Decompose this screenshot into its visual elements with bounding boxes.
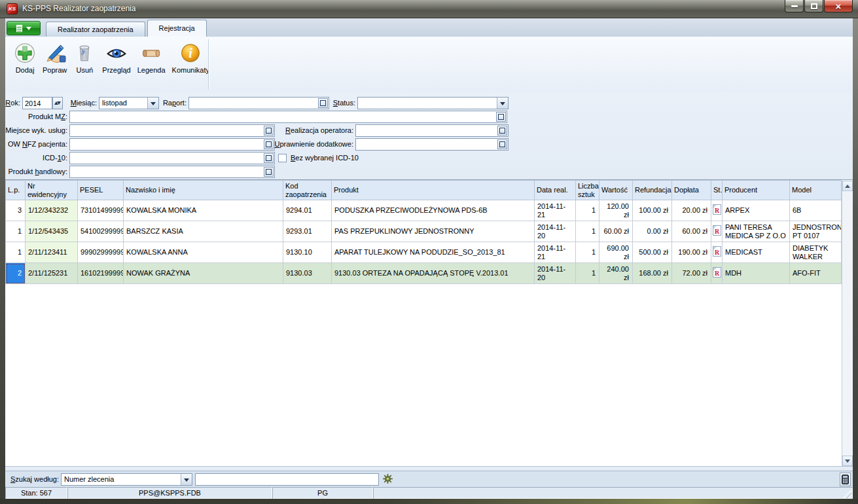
table-cell[interactable]: DIABETYK WALKER bbox=[790, 242, 842, 263]
icd10-input[interactable] bbox=[70, 153, 263, 164]
table-cell[interactable]: ARPEX bbox=[723, 200, 790, 221]
rok-spinner[interactable] bbox=[52, 97, 63, 109]
column-header-5[interactable]: Kod zaopatrzenia bbox=[283, 181, 332, 200]
calculator-button[interactable] bbox=[840, 473, 851, 486]
restore-button[interactable] bbox=[804, 0, 823, 12]
produkt-mz-input[interactable] bbox=[70, 111, 495, 122]
scroll-down-button[interactable] bbox=[842, 456, 853, 466]
scroll-up-button[interactable] bbox=[842, 181, 853, 191]
table-cell[interactable]: 1/12/543435 bbox=[26, 221, 78, 242]
column-header-11[interactable]: Dopłata bbox=[672, 181, 711, 200]
table-cell[interactable]: 2014-11-20 bbox=[535, 221, 576, 242]
miejsce-input[interactable] bbox=[70, 125, 263, 136]
table-cell[interactable]: 1/12/343232 bbox=[26, 200, 78, 221]
column-header-8[interactable]: Liczba sztuk bbox=[576, 181, 599, 200]
realizacja-operatora-lookup-button[interactable] bbox=[497, 126, 507, 135]
raport-lookup-button[interactable] bbox=[318, 98, 328, 108]
table-cell[interactable]: 6B bbox=[790, 200, 842, 221]
column-header-2[interactable]: Nr ewidencyjny bbox=[26, 181, 78, 200]
column-header-14[interactable]: Model bbox=[790, 181, 842, 200]
ow-nfz-input[interactable] bbox=[70, 139, 263, 150]
column-header-13[interactable]: Producent bbox=[723, 181, 790, 200]
table-cell[interactable]: 500.00 zł bbox=[633, 242, 672, 263]
table-cell[interactable]: 9130.10 bbox=[283, 242, 332, 263]
table-cell[interactable]: BARSZCZ KASIA bbox=[124, 221, 283, 242]
table-cell[interactable]: 72.00 zł bbox=[672, 263, 711, 284]
column-header-12[interactable]: St. bbox=[711, 181, 723, 200]
table-cell[interactable]: 3 bbox=[6, 200, 26, 221]
table-cell[interactable]: 190.00 zł bbox=[672, 242, 711, 263]
table-cell[interactable]: 100.00 zł bbox=[633, 200, 672, 221]
rok-input[interactable] bbox=[23, 98, 52, 109]
tab-rejestracja[interactable]: Rejestracja bbox=[147, 20, 207, 37]
add-button[interactable]: Dodaj bbox=[10, 41, 39, 75]
table-cell[interactable]: 1 bbox=[576, 221, 599, 242]
main-menu-button[interactable] bbox=[7, 21, 41, 35]
bez-icd10-checkbox[interactable] bbox=[278, 154, 287, 162]
table-cell[interactable]: AFO-FIT bbox=[790, 263, 842, 284]
search-input[interactable] bbox=[196, 474, 378, 485]
miejsce-lookup-button[interactable] bbox=[264, 126, 274, 135]
table-cell[interactable]: 690.00 zł bbox=[599, 242, 633, 263]
column-header-1[interactable]: L.p. bbox=[6, 181, 26, 200]
table-cell[interactable]: 2/11/125231 bbox=[26, 263, 78, 284]
table-cell[interactable]: APARAT TULEJKOWY NA PODUDZIE_SO_2013_81 bbox=[332, 242, 535, 263]
table-cell[interactable]: 9130.03 bbox=[283, 263, 332, 284]
table-cell[interactable]: 9130.03 ORTEZA NA OPADAJĄCĄ STOPĘ V.2013… bbox=[332, 263, 535, 284]
table-cell[interactable]: PAS PRZEPUKLINOWY JEDNOSTRONNY bbox=[332, 221, 535, 242]
table-cell[interactable]: 168.00 zł bbox=[633, 263, 672, 284]
vertical-scrollbar[interactable] bbox=[842, 181, 853, 466]
table-cell[interactable]: 2014-11-20 bbox=[535, 263, 576, 284]
table-cell[interactable]: 2014-11-21 bbox=[535, 200, 576, 221]
table-cell[interactable]: R bbox=[711, 263, 723, 284]
table-cell[interactable]: 99902999999 bbox=[78, 242, 124, 263]
table-cell[interactable]: 1 bbox=[576, 263, 599, 284]
table-cell[interactable]: NOWAK GRAŻYNA bbox=[124, 263, 283, 284]
column-header-3[interactable]: PESEL bbox=[78, 181, 124, 200]
table-cell[interactable]: KOWALSKA MONIKA bbox=[124, 200, 283, 221]
table-cell[interactable]: R bbox=[711, 200, 723, 221]
tab-realizator-zaopatrzenia[interactable]: Realizator zaopatrzenia bbox=[46, 22, 145, 37]
preview-button[interactable]: Przegląd bbox=[99, 41, 134, 75]
produkt-handlowy-lookup-button[interactable] bbox=[264, 167, 274, 177]
table-cell[interactable]: 1 bbox=[6, 242, 26, 263]
column-header-7[interactable]: Data real. bbox=[535, 181, 576, 200]
table-cell[interactable]: 16102199999 bbox=[78, 263, 124, 284]
uprawnienie-input[interactable] bbox=[356, 139, 497, 150]
horizontal-scrollbar[interactable] bbox=[5, 466, 853, 471]
table-cell[interactable]: PODUSZKA PRZECIWODLEŻYNOWA PDS-6B bbox=[332, 200, 535, 221]
table-cell[interactable]: R bbox=[711, 221, 723, 242]
table-cell[interactable]: 2014-11-21 bbox=[535, 242, 576, 263]
minimize-button[interactable] bbox=[785, 0, 804, 12]
uprawnienie-lookup-button[interactable] bbox=[497, 139, 507, 149]
resize-grip[interactable] bbox=[843, 490, 851, 498]
table-cell[interactable]: 2/11/123411 bbox=[26, 242, 78, 263]
miesiac-dropdown[interactable]: listopad bbox=[99, 97, 159, 109]
column-header-4[interactable]: Nazwisko i imię bbox=[124, 181, 283, 200]
table-cell[interactable]: R bbox=[711, 242, 723, 263]
legend-button[interactable]: Legenda bbox=[134, 41, 169, 75]
table-cell[interactable]: 1 bbox=[6, 221, 26, 242]
table-cell[interactable]: 9294.01 bbox=[283, 200, 332, 221]
messages-button[interactable]: i Komunikaty bbox=[169, 41, 213, 75]
table-cell[interactable]: MEDICAST bbox=[723, 242, 790, 263]
status-dropdown[interactable] bbox=[357, 97, 509, 109]
table-cell[interactable]: 60.00 zł bbox=[599, 221, 633, 242]
table-cell[interactable]: MDH bbox=[723, 263, 790, 284]
raport-input[interactable] bbox=[189, 98, 317, 109]
table-cell[interactable]: KOWALSKA ANNA bbox=[124, 242, 283, 263]
column-header-10[interactable]: Refundacja bbox=[633, 181, 672, 200]
table-cell[interactable]: 60.00 zł bbox=[672, 221, 711, 242]
table-cell[interactable]: 120.00 zł bbox=[599, 200, 633, 221]
table-cell[interactable]: JEDNOSTRON PT 0107 bbox=[790, 221, 842, 242]
produkt-mz-lookup-button[interactable] bbox=[496, 112, 506, 122]
table-cell[interactable]: 2 bbox=[6, 263, 26, 284]
table-cell[interactable]: PANI TERESA MEDICA SP Z O.O bbox=[723, 221, 790, 242]
column-header-9[interactable]: Wartość bbox=[599, 181, 633, 200]
table-cell[interactable]: 1 bbox=[576, 200, 599, 221]
table-cell[interactable]: 0.00 zł bbox=[633, 221, 672, 242]
dropdown-button[interactable] bbox=[497, 98, 508, 109]
produkt-handlowy-input[interactable] bbox=[70, 166, 263, 177]
table-cell[interactable]: 1 bbox=[576, 242, 599, 263]
close-button[interactable]: × bbox=[824, 0, 853, 12]
